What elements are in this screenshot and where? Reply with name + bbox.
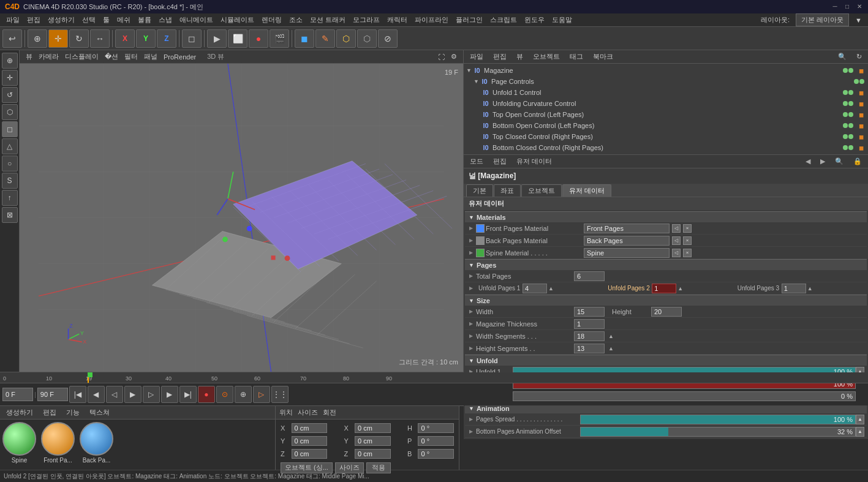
coords-tab-size[interactable]: 사이즈	[298, 408, 318, 417]
expand-magazine[interactable]: ▼	[466, 67, 472, 73]
width-field[interactable]: 15	[574, 307, 605, 317]
play-button[interactable]: ▶	[124, 386, 142, 403]
scale-tool[interactable]: ↔	[90, 29, 110, 48]
menu-pipeline[interactable]: 파이프라인	[411, 14, 452, 26]
mat-tab-texture[interactable]: 텍스쳐	[87, 407, 112, 418]
attr-tab-coords[interactable]: 좌표	[494, 184, 521, 197]
viewport-tab-filter[interactable]: 필터	[122, 51, 140, 62]
menu-snap[interactable]: 스냅	[155, 14, 176, 26]
menu-motion[interactable]: 모션 트래커	[306, 14, 349, 26]
attr-tab-basic[interactable]: 기본	[466, 184, 493, 197]
key-all-button[interactable]: ⊕	[235, 386, 252, 403]
am-tab-mode[interactable]: 모드	[467, 156, 486, 167]
timeline-ruler[interactable]: 0 10 19 30 40 50 60 70 80 90	[0, 372, 868, 383]
sidebar-btn-9[interactable]: ↑	[2, 190, 18, 206]
mat-tab-create[interactable]: 생성하기	[4, 407, 36, 418]
attr-tab-object[interactable]: 오브젝트	[521, 184, 562, 197]
coord-rot-h[interactable]: 0 °	[418, 423, 453, 433]
menu-file[interactable]: 파일	[2, 14, 23, 26]
menu-volume[interactable]: 볼륨	[134, 14, 155, 26]
om-tab-edit[interactable]: 편집	[491, 51, 509, 62]
om-refresh-icon[interactable]: ↻	[854, 52, 864, 61]
viewport-tab-view[interactable]: 뷰	[23, 51, 35, 62]
tag-bottomclosed-right[interactable]: ◼	[857, 143, 866, 152]
slider-btn-spread[interactable]: ▲	[856, 415, 864, 424]
sidebar-btn-10[interactable]: ⊠	[2, 207, 18, 223]
thickness-field[interactable]: 1	[574, 319, 605, 329]
coord-rot-p[interactable]: 0 °	[418, 436, 453, 446]
sidebar-btn-5[interactable]: ◻	[2, 121, 18, 137]
viewport-tab-display[interactable]: 디스플레이	[62, 51, 101, 62]
minimize-button[interactable]: ─	[831, 3, 839, 10]
auto-key-button[interactable]: ⊙	[216, 386, 233, 403]
unfold-stepper-2-up[interactable]: ▲	[677, 285, 683, 292]
maximize-button[interactable]: □	[843, 3, 851, 10]
pen-btn[interactable]: ✎	[315, 29, 335, 48]
spine-btn1[interactable]: ◁	[672, 249, 681, 257]
select2-btn[interactable]: ⬡	[336, 29, 356, 48]
om-tab-objects[interactable]: 오브젝트	[530, 51, 562, 62]
hseg-field[interactable]: 13	[574, 344, 605, 353]
obj-row-curvature[interactable]: l0 Unfolding Curvature Control ◼	[464, 98, 868, 109]
slider-btn-offset[interactable]: ▲	[856, 427, 864, 437]
menu-tools[interactable]: 툴	[99, 14, 113, 26]
move-tool[interactable]: ✛	[48, 29, 68, 48]
render-btn[interactable]: 🎬	[270, 29, 289, 48]
om-tab-file[interactable]: 파일	[467, 51, 486, 62]
section-unfold[interactable]: Unfold	[465, 355, 867, 366]
expand-pagecontrols[interactable]: ▼	[474, 78, 480, 85]
om-search-icon[interactable]: 🔍	[836, 52, 849, 61]
om-tab-bookmarks[interactable]: 북마크	[591, 51, 616, 62]
coord-apply-btn[interactable]: 적용	[366, 462, 391, 473]
slider-track-offset[interactable]: 32 %	[580, 427, 856, 437]
knife-btn[interactable]: ⊘	[378, 29, 398, 48]
coord-size-z[interactable]: 0 cm	[355, 449, 390, 459]
coord-size-y[interactable]: 0 cm	[355, 436, 390, 446]
viewport-tab-camera[interactable]: 카메라	[36, 51, 61, 62]
obj-row-unfold1[interactable]: l0 Unfold 1 Control ◼	[464, 87, 868, 98]
window-buttons[interactable]: ─ □ ✕	[831, 3, 863, 10]
obj-row-bottomclosed-right[interactable]: l0 Bottom Closed Control (Right Pages) ◼	[464, 142, 868, 153]
mat-tab-func[interactable]: 기능	[64, 407, 82, 418]
cube-btn[interactable]: ◼	[295, 29, 314, 48]
y-axis-btn[interactable]: Y	[136, 29, 156, 48]
timeline-more-button[interactable]: ⋮⋮	[271, 386, 289, 403]
play-next-button[interactable]: ▶	[161, 386, 178, 403]
coord-pos-y[interactable]: 0 cm	[292, 436, 327, 446]
section-materials[interactable]: Materials	[465, 211, 867, 222]
am-back-icon[interactable]: ◀	[803, 157, 813, 166]
frame-end-field[interactable]: 90 F	[37, 388, 68, 401]
mat-item-frontpa[interactable]: Front Pa...	[41, 422, 75, 464]
viewport-tab-options[interactable]: �션	[102, 51, 121, 62]
frame-current-field[interactable]: 0 F	[2, 388, 33, 401]
height-field[interactable]: 20	[651, 307, 682, 317]
section-size[interactable]: Size	[465, 295, 867, 306]
unfold-field-2[interactable]: 1	[652, 284, 676, 293]
attr-tab-userdata[interactable]: 유저 데이터	[562, 184, 611, 197]
sidebar-btn-7[interactable]: ○	[2, 156, 18, 171]
layout-dropdown-icon[interactable]: ▼	[851, 15, 866, 25]
viewport-tab-prorender[interactable]: ProRender	[161, 53, 198, 61]
sidebar-btn-3[interactable]: ↺	[2, 87, 18, 103]
tag-orange-magazine[interactable]: ◼	[857, 66, 866, 75]
menu-character[interactable]: 캐릭터	[383, 14, 411, 26]
hseg-stepper-up[interactable]: ▲	[608, 345, 614, 352]
mat-tab-edit[interactable]: 편집	[40, 407, 59, 418]
mat-item-spine[interactable]: Spine	[2, 422, 36, 464]
menu-simulate[interactable]: 시뮬레이트	[217, 14, 258, 26]
unfold-field-3[interactable]: 1	[782, 284, 806, 293]
render-region-btn[interactable]: ⬜	[228, 29, 247, 48]
x-axis-btn[interactable]: X	[115, 29, 135, 48]
render-preview-btn[interactable]: ▶	[207, 29, 227, 48]
slider-track-unfold3[interactable]: 0 %	[513, 391, 856, 401]
unfold-stepper-3-up[interactable]: ▲	[807, 285, 813, 292]
menu-sculpt[interactable]: 조소	[285, 14, 306, 26]
close-button[interactable]: ✕	[856, 3, 863, 10]
coord-size-x[interactable]: 0 cm	[355, 423, 390, 433]
obj-row-topopen-left[interactable]: l0 Top Open Control (Left Pages) ◼	[464, 109, 868, 120]
play-prev-frame-button[interactable]: ◁	[106, 386, 123, 403]
sidebar-btn-4[interactable]: ⬡	[2, 104, 18, 120]
play-fps-button[interactable]: ▷	[253, 386, 270, 403]
obj-row-magazine[interactable]: ▼ l0 Magazine ◼	[464, 65, 868, 76]
slider-track-spread[interactable]: 100 %	[580, 415, 856, 424]
